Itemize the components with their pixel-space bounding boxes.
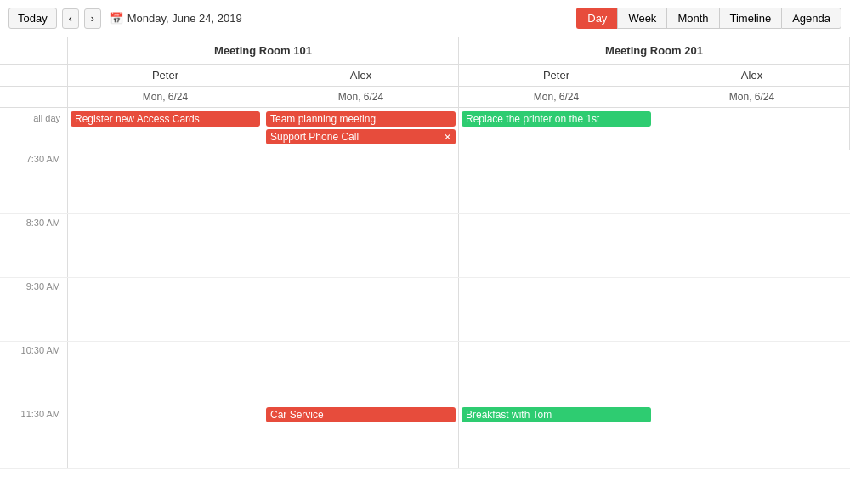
time-cell-1030-4 — [654, 342, 850, 405]
event-register-cards[interactable]: Register new Access Cards — [71, 111, 260, 127]
event-car-service-text: Car Service — [270, 409, 324, 421]
date-label: Monday, June 24, 2019 — [128, 12, 242, 25]
view-week-button[interactable]: Week — [617, 8, 666, 29]
time-cell-730-1 — [68, 150, 264, 213]
time-cell-930-2 — [264, 278, 459, 341]
date-3: Mon, 6/24 — [459, 87, 654, 107]
event-replace-printer-text: Replace the printer on the 1st — [466, 113, 599, 125]
time-cell-830-3 — [459, 214, 654, 277]
date-1: Mon, 6/24 — [68, 87, 264, 107]
prev-button[interactable]: ‹ — [62, 8, 79, 29]
person-peter-2: Peter — [459, 65, 654, 86]
time-label-1130: 11:30 AM — [0, 405, 68, 468]
calendar: Meeting Room 101 Meeting Room 201 Peter … — [0, 37, 850, 504]
calendar-icon: 📅 — [110, 12, 123, 25]
time-grid[interactable]: 7:30 AM 8:30 AM 9:30 AM 10:30 AM — [0, 150, 850, 504]
time-cell-1030-3 — [459, 342, 654, 405]
date-2: Mon, 6/24 — [264, 87, 459, 107]
view-buttons: Day Week Month Timeline Agenda — [576, 8, 842, 29]
allday-cell-1: Register new Access Cards — [68, 108, 264, 150]
event-team-planning[interactable]: Team planning meeting — [266, 111, 456, 127]
view-agenda-button[interactable]: Agenda — [781, 8, 842, 29]
room-header-empty — [0, 37, 68, 64]
time-cell-730-4 — [654, 150, 850, 213]
time-row-830: 8:30 AM — [0, 214, 850, 278]
view-timeline-button[interactable]: Timeline — [719, 8, 782, 29]
event-support-call-text: Support Phone Call — [270, 131, 359, 143]
time-cell-1130-4 — [654, 405, 850, 468]
time-cell-830-1 — [68, 214, 264, 277]
event-breakfast-tom[interactable]: Breakfast with Tom — [462, 407, 651, 422]
date-row: Mon, 6/24 Mon, 6/24 Mon, 6/24 Mon, 6/24 — [0, 87, 850, 108]
time-cell-1030-2 — [264, 342, 459, 405]
time-row-1130: 11:30 AM Car Service Breakfast with Tom — [0, 405, 850, 469]
time-row-930: 9:30 AM — [0, 278, 850, 342]
person-alex-1: Alex — [264, 65, 459, 86]
allday-cell-2: Team planning meeting Support Phone Call… — [264, 108, 459, 150]
allday-label: all day — [0, 108, 68, 150]
time-cell-1030-1 — [68, 342, 264, 405]
time-label-1030: 10:30 AM — [0, 342, 68, 405]
event-replace-printer[interactable]: Replace the printer on the 1st — [462, 111, 651, 127]
today-button[interactable]: Today — [8, 8, 57, 29]
current-date: 📅 Monday, June 24, 2019 — [110, 12, 242, 25]
event-breakfast-tom-text: Breakfast with Tom — [466, 409, 552, 421]
room-header-row: Meeting Room 101 Meeting Room 201 — [0, 37, 850, 65]
date-empty — [0, 87, 68, 107]
person-header-row: Peter Alex Peter Alex — [0, 65, 850, 87]
allday-row: all day Register new Access Cards Team p… — [0, 108, 850, 150]
event-support-call[interactable]: Support Phone Call ✕ (7:00 PM): Support … — [266, 129, 456, 144]
time-cell-730-2 — [264, 150, 459, 213]
room-header-201: Meeting Room 201 — [459, 37, 850, 64]
time-cell-1130-3: Breakfast with Tom — [459, 405, 654, 468]
view-month-button[interactable]: Month — [666, 8, 718, 29]
time-cell-730-3 — [459, 150, 654, 213]
time-cell-830-4 — [654, 214, 850, 277]
date-4: Mon, 6/24 — [654, 87, 850, 107]
room-header-101: Meeting Room 101 — [68, 37, 459, 64]
time-cell-930-4 — [654, 278, 850, 341]
event-team-planning-text: Team planning meeting — [270, 113, 376, 125]
allday-cell-3: Replace the printer on the 1st — [459, 108, 654, 150]
event-car-service[interactable]: Car Service — [266, 407, 456, 422]
person-empty — [0, 65, 68, 86]
time-row-1030: 10:30 AM — [0, 342, 850, 405]
time-cell-830-2 — [264, 214, 459, 277]
next-button[interactable]: › — [84, 8, 101, 29]
time-cell-930-1 — [68, 278, 264, 341]
time-cell-930-3 — [459, 278, 654, 341]
event-register-cards-text: Register new Access Cards — [75, 113, 200, 125]
time-cell-1130-1 — [68, 405, 264, 468]
event-close-icon[interactable]: ✕ — [444, 132, 451, 143]
allday-cell-4 — [654, 108, 850, 150]
time-row-730: 7:30 AM — [0, 150, 850, 214]
time-label-930: 9:30 AM — [0, 278, 68, 341]
person-alex-2: Alex — [654, 65, 850, 86]
toolbar: Today ‹ › 📅 Monday, June 24, 2019 Day We… — [0, 0, 850, 37]
time-label-730: 7:30 AM — [0, 150, 68, 213]
view-day-button[interactable]: Day — [576, 8, 617, 29]
person-peter-1: Peter — [68, 65, 264, 86]
time-cell-1130-2: Car Service — [264, 405, 459, 468]
time-label-830: 8:30 AM — [0, 214, 68, 277]
